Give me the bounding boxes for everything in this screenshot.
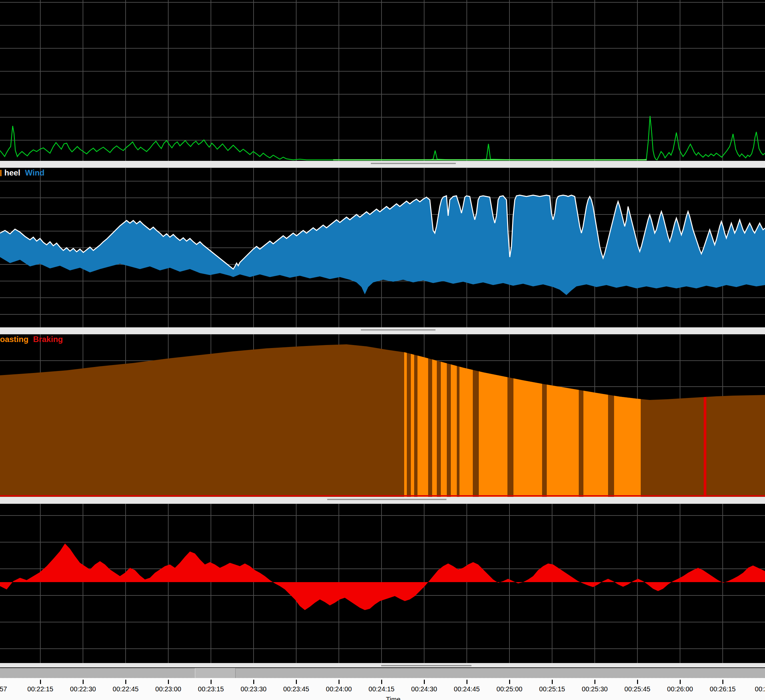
tick-label: 00:24:30 xyxy=(411,685,437,693)
telemetry-window: heelWind oastingBraking 5700:22:1500:22:… xyxy=(0,0,765,700)
splitter-grip-shadow xyxy=(361,330,436,331)
splitter-grip-shadow xyxy=(327,500,447,501)
panel-wind-legend: heelWind xyxy=(0,168,44,177)
tick-label: 57 xyxy=(0,685,7,693)
time-axis: 5700:22:1500:22:3000:22:4500:23:0000:23:… xyxy=(0,678,765,700)
legend-item[interactable]: Braking xyxy=(33,335,63,344)
time-axis-title: Time xyxy=(386,696,400,700)
tick-label: 00:25:45 xyxy=(624,685,650,693)
tick-mark xyxy=(296,680,297,684)
tick-mark xyxy=(40,680,41,684)
panel-throttle[interactable]: oastingBraking xyxy=(0,334,765,497)
tick-label: 00:23:30 xyxy=(241,685,266,693)
tick-mark xyxy=(722,680,723,684)
tick-mark xyxy=(509,680,510,684)
splitter-bar[interactable] xyxy=(0,327,765,334)
tick-label: 00:22:15 xyxy=(27,685,53,693)
tick-label: 00:24:00 xyxy=(326,685,352,693)
splitter-grip-shadow xyxy=(381,666,471,667)
splitter-bar[interactable] xyxy=(0,497,765,504)
horizontal-scrollbar-thumb[interactable] xyxy=(195,668,236,679)
panel-throttle-legend: oastingBraking xyxy=(0,335,63,344)
tick-label: 00:24:45 xyxy=(454,685,480,693)
tick-mark xyxy=(381,680,382,684)
tick-mark xyxy=(466,680,468,684)
tick-label: 00:26:00 xyxy=(667,685,693,693)
tick-mark xyxy=(168,680,169,684)
tick-mark xyxy=(552,680,553,684)
tick-mark xyxy=(424,680,425,684)
tick-mark xyxy=(211,680,212,684)
horizontal-scrollbar-track[interactable] xyxy=(0,667,765,680)
panel-wind[interactable]: heelWind xyxy=(0,168,765,327)
tick-label: 00:25:30 xyxy=(582,685,608,693)
tick-label: 00:23:45 xyxy=(283,685,309,693)
tick-label: 00:23:00 xyxy=(155,685,181,693)
tick-mark xyxy=(253,680,254,684)
tick-label: 00:2 xyxy=(755,685,765,693)
tick-label: 00:23:15 xyxy=(198,685,224,693)
splitter-bar[interactable] xyxy=(0,161,765,168)
tick-mark xyxy=(338,680,340,684)
panel-green[interactable] xyxy=(0,0,765,161)
tick-label: 00:22:30 xyxy=(70,685,96,693)
tick-mark xyxy=(83,680,83,684)
legend-clipped-fragment xyxy=(0,170,2,176)
tick-label: 00:25:15 xyxy=(539,685,565,693)
tick-mark xyxy=(680,680,681,684)
tick-label: 00:24:15 xyxy=(368,685,395,693)
tick-mark xyxy=(637,680,638,684)
splitter-bar[interactable] xyxy=(0,663,765,668)
tick-mark xyxy=(594,680,595,684)
tick-label: 00:25:00 xyxy=(496,685,523,693)
legend-item[interactable]: heel xyxy=(4,168,20,177)
tick-label: 00:26:15 xyxy=(710,685,736,693)
splitter-grip-shadow xyxy=(371,164,456,165)
tick-mark xyxy=(125,680,126,684)
tick-label: 00:22:45 xyxy=(113,685,139,693)
legend-item[interactable]: oasting xyxy=(0,335,28,344)
legend-item[interactable]: Wind xyxy=(25,168,44,177)
panel-steer[interactable] xyxy=(0,504,765,663)
